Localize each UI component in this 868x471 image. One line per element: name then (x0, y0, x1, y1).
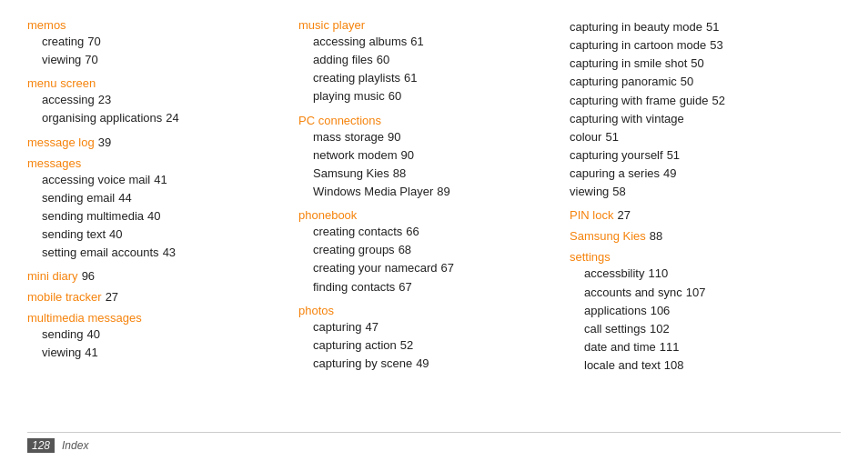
page: memoscreating70viewing70menu screenacces… (0, 0, 868, 471)
section-inline: mini diary96 (27, 269, 282, 283)
entry-text: setting email accounts (42, 244, 159, 262)
entry-page: 43 (163, 244, 176, 262)
entry-text: mass storage (313, 128, 384, 146)
section-title: Samsung Kies (570, 229, 646, 243)
index-section: music playeraccessing albums61adding fil… (298, 18, 553, 106)
entry-page: 58 (612, 183, 625, 201)
entry-text: locale and text (584, 356, 661, 375)
entry-text: capturing in beauty mode (570, 18, 702, 36)
index-section: message log39 (27, 135, 282, 149)
entry-page: 40 (147, 207, 160, 225)
section-entries: creating contacts66creating groups68crea… (298, 223, 553, 296)
entry-line: locale and text108 (584, 356, 824, 375)
entry-line: accounts and sync107 (584, 284, 824, 302)
entry-text: capturing with vintage (570, 110, 684, 128)
entry-text: viewing (42, 51, 81, 69)
entry-page: 40 (109, 225, 122, 244)
entry-line: sending multimedia40 (42, 207, 282, 225)
entry-text: capturing yourself (570, 146, 663, 165)
section-title: settings (570, 250, 824, 264)
entry-page: 90 (388, 128, 400, 146)
entry-page: 52 (712, 92, 724, 110)
entry-line: capturing47 (313, 318, 553, 336)
entry-line: finding contacts67 (313, 278, 553, 296)
section-title: mini diary (27, 269, 78, 283)
entry-text: accessing voice mail (42, 171, 150, 189)
entry-line: accessing voice mail41 (42, 171, 282, 189)
footer-page-number: 128 (27, 438, 55, 453)
entry-page: 88 (393, 165, 406, 183)
section-title: music player (298, 18, 553, 32)
entry-text: accounts and sync (584, 284, 682, 302)
entry-page: 40 (87, 326, 100, 344)
entry-text: sending email (42, 189, 115, 207)
section-entries: accessing voice mail41sending email44sen… (27, 171, 282, 263)
entry-page: 41 (85, 344, 97, 362)
entry-page: 60 (389, 87, 401, 105)
entry-text: sending (42, 326, 84, 344)
entry-text: Windows Media Player (313, 183, 433, 201)
entry-page: 24 (166, 109, 178, 127)
entry-text: call settings (584, 320, 646, 338)
entry-page: 66 (406, 223, 419, 241)
entry-text: capturing (313, 318, 361, 336)
footer: 128 Index (27, 432, 841, 453)
index-section: mobile tracker27 (27, 290, 282, 304)
column-3: capturing in beauty mode51capturing in c… (570, 18, 841, 426)
entry-line: colour51 (570, 128, 824, 146)
entry-text: accessing albums (313, 33, 407, 51)
entry-page: 106 (651, 302, 671, 320)
entry-page: 70 (85, 51, 97, 69)
entry-page: 89 (437, 183, 449, 201)
section-inline-page: 27 (106, 290, 118, 304)
section-inline: PIN lock27 (570, 208, 824, 222)
entry-text: capturing panoramic (570, 73, 677, 91)
entry-line: capturing in cartoon mode53 (570, 36, 824, 55)
section-title: multimedia messages (27, 311, 282, 325)
entry-page: 50 (691, 55, 703, 73)
section-inline-page: 39 (98, 135, 111, 149)
entry-text: finding contacts (313, 278, 395, 296)
entry-text: Samsung Kies (313, 165, 389, 183)
entry-text: network modem (313, 146, 397, 165)
entry-text: accessbility (584, 265, 644, 283)
entry-line: date and time111 (584, 338, 824, 356)
column-2: music playeraccessing albums61adding fil… (298, 18, 570, 426)
entry-line: accessing albums61 (313, 33, 553, 51)
entry-page: 68 (399, 241, 411, 259)
entry-page: 108 (664, 356, 684, 375)
entry-line: network modem90 (313, 146, 553, 165)
entry-line: capturing in smile shot50 (570, 55, 824, 73)
entry-text: capturing in cartoon mode (570, 36, 706, 55)
section-title: memos (27, 18, 282, 32)
entry-text: viewing (570, 183, 609, 201)
entry-page: 44 (118, 189, 131, 207)
entry-line: Samsung Kies88 (313, 165, 553, 183)
entry-page: 53 (710, 36, 722, 55)
entry-text: organising applications (42, 109, 162, 127)
index-section: photoscapturing47capturing action52captu… (298, 304, 553, 373)
index-section: menu screenaccessing23organising applica… (27, 76, 282, 127)
entry-text: creating (42, 33, 84, 51)
index-columns: memoscreating70viewing70menu screenacces… (27, 18, 841, 426)
entry-text: creating groups (313, 241, 395, 259)
entry-page: 111 (660, 338, 680, 356)
entry-line: accessing23 (42, 91, 282, 109)
entry-line: capturing action52 (313, 336, 553, 355)
entry-text: playing music (313, 87, 385, 105)
entry-text: creating contacts (313, 223, 402, 241)
entry-text: sending multimedia (42, 207, 144, 225)
entry-page: 110 (648, 265, 668, 283)
entry-line: viewing41 (42, 344, 282, 362)
entry-page: 51 (667, 146, 680, 165)
section-inline: Samsung Kies88 (570, 229, 824, 243)
entry-page: 102 (650, 320, 670, 338)
entry-text: capturing with frame guide (570, 92, 708, 110)
entry-text: adding files (313, 51, 373, 69)
entry-line: accessbility110 (584, 265, 824, 283)
entry-line: creating contacts66 (313, 223, 553, 241)
entry-line: creating70 (42, 33, 282, 51)
entry-line: sending text40 (42, 225, 282, 244)
index-section: settingsaccessbility110accounts and sync… (570, 250, 824, 375)
entry-line: capuring a series49 (570, 165, 824, 183)
